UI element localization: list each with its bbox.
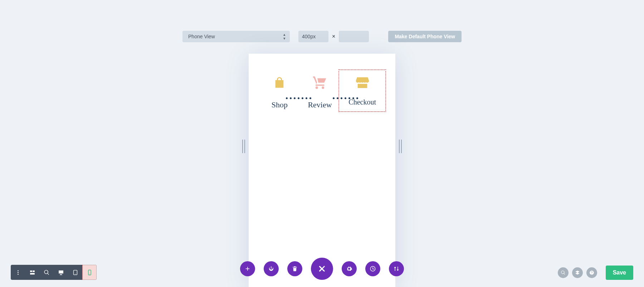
plus-icon [244, 266, 251, 272]
svg-point-7 [75, 274, 75, 274]
svg-point-0 [18, 270, 19, 271]
dots-vertical-icon [15, 269, 21, 276]
trash-icon [292, 266, 298, 272]
step-checkout[interactable]: Checkout [338, 69, 386, 112]
step-shop[interactable]: Shop [259, 75, 300, 110]
utility-bar: Save [558, 266, 633, 280]
close-icon [318, 265, 326, 273]
bag-icon [273, 75, 286, 90]
power-icon [268, 266, 274, 272]
svg-rect-3 [30, 270, 32, 272]
help-button[interactable] [586, 267, 597, 278]
phone-icon [87, 269, 93, 276]
preview-canvas[interactable]: Shop Review Checkout [249, 54, 395, 287]
step-review[interactable]: Review [300, 75, 340, 110]
sort-arrows-icon [393, 266, 400, 272]
svg-rect-9 [89, 274, 90, 274]
view-select-wrapper: Phone View ▴▾ [182, 31, 290, 42]
view-mode-toolbar [11, 265, 97, 280]
settings-button[interactable] [342, 261, 357, 276]
cart-icon [312, 75, 327, 90]
desktop-view-button[interactable] [54, 265, 68, 280]
close-button[interactable] [311, 258, 333, 280]
responsive-preview-controls: Phone View ▴▾ × Make Default Phone View [0, 31, 644, 42]
clock-icon [370, 266, 376, 272]
history-button[interactable] [365, 261, 380, 276]
view-select[interactable]: Phone View [182, 31, 290, 42]
svg-rect-5 [30, 273, 35, 274]
phone-view-button[interactable] [82, 265, 97, 280]
preview-canvas-wrap: Shop Review Checkout [249, 54, 395, 287]
layers-button[interactable] [572, 267, 583, 278]
search-icon [561, 270, 566, 275]
search-util-button[interactable] [558, 267, 569, 278]
resize-handle-left[interactable] [242, 140, 245, 153]
multiply-glyph: × [332, 33, 335, 40]
step-label: Review [308, 100, 332, 110]
svg-rect-4 [33, 270, 35, 272]
step-label: Shop [272, 100, 288, 110]
sort-button[interactable] [389, 261, 404, 276]
viewport-size-group: × [298, 31, 369, 42]
builder-action-bar [240, 258, 404, 280]
svg-point-1 [18, 272, 19, 273]
power-button[interactable] [264, 261, 279, 276]
step-label: Checkout [348, 98, 376, 106]
svg-point-2 [18, 274, 19, 275]
tablet-view-button[interactable] [68, 265, 82, 280]
search-icon [44, 269, 50, 276]
viewport-height-input[interactable] [339, 31, 369, 42]
zoom-button[interactable] [39, 265, 54, 280]
steps-row: Shop Review Checkout [256, 75, 388, 112]
wireframe-icon [29, 269, 35, 276]
kebab-menu-button[interactable] [11, 265, 25, 280]
delete-button[interactable] [287, 261, 302, 276]
gear-icon [346, 266, 352, 272]
tablet-icon [72, 269, 78, 276]
layers-icon [575, 270, 580, 275]
wireframe-view-button[interactable] [25, 265, 39, 280]
make-default-view-button[interactable]: Make Default Phone View [388, 31, 462, 42]
resize-handle-right[interactable] [399, 140, 402, 153]
question-icon [589, 270, 594, 275]
store-icon [355, 75, 370, 90]
desktop-icon [58, 269, 64, 276]
save-button[interactable]: Save [606, 266, 633, 280]
viewport-width-input[interactable] [298, 31, 328, 42]
add-button[interactable] [240, 261, 255, 276]
